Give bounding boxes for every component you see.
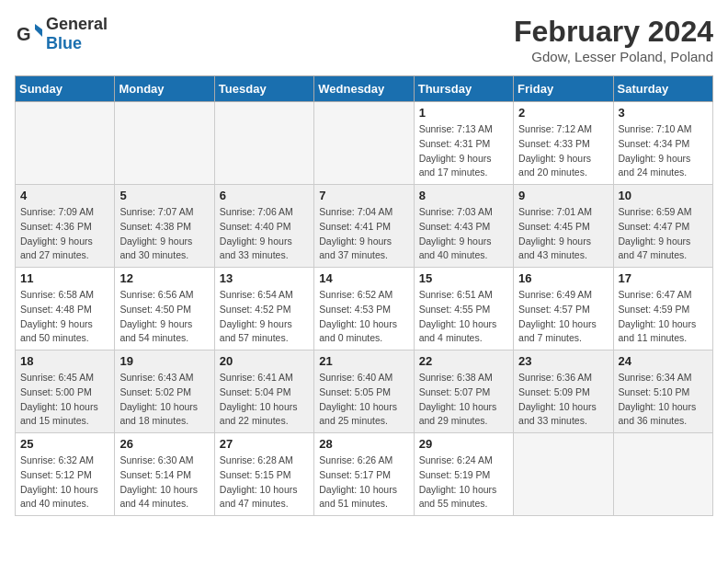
svg-text:G: G <box>17 24 31 44</box>
calendar-cell: 8Sunrise: 7:03 AM Sunset: 4:43 PM Daylig… <box>414 185 513 268</box>
calendar-cell <box>214 102 313 185</box>
calendar-cell: 10Sunrise: 6:59 AM Sunset: 4:47 PM Dayli… <box>613 185 712 268</box>
day-info: Sunrise: 6:26 AM Sunset: 5:17 PM Dayligh… <box>319 454 408 511</box>
day-number: 1 <box>419 106 508 120</box>
day-number: 19 <box>119 354 209 368</box>
day-info: Sunrise: 6:56 AM Sunset: 4:50 PM Dayligh… <box>119 288 209 346</box>
day-info: Sunrise: 6:34 AM Sunset: 5:10 PM Dayligh… <box>619 371 708 429</box>
day-number: 11 <box>20 271 109 285</box>
day-number: 21 <box>319 354 408 368</box>
day-info: Sunrise: 6:47 AM Sunset: 4:59 PM Dayligh… <box>619 288 708 346</box>
calendar-cell: 25Sunrise: 6:32 AM Sunset: 5:12 PM Dayli… <box>16 433 115 516</box>
col-header-sunday: Sunday <box>16 76 115 102</box>
day-info: Sunrise: 6:38 AM Sunset: 5:07 PM Dayligh… <box>419 371 508 429</box>
calendar-cell: 4Sunrise: 7:09 AM Sunset: 4:36 PM Daylig… <box>16 185 115 268</box>
day-number: 9 <box>518 189 608 202</box>
week-row-1: 1Sunrise: 7:13 AM Sunset: 4:31 PM Daylig… <box>16 102 713 185</box>
calendar-table: SundayMondayTuesdayWednesdayThursdayFrid… <box>15 75 713 516</box>
calendar-cell: 3Sunrise: 7:10 AM Sunset: 4:34 PM Daylig… <box>613 102 712 185</box>
calendar-cell: 7Sunrise: 7:04 AM Sunset: 4:41 PM Daylig… <box>314 185 414 268</box>
day-info: Sunrise: 6:54 AM Sunset: 4:52 PM Dayligh… <box>220 288 309 346</box>
day-number: 2 <box>518 106 608 120</box>
calendar-cell <box>514 433 613 516</box>
calendar-cell: 29Sunrise: 6:24 AM Sunset: 5:19 PM Dayli… <box>414 433 513 516</box>
calendar-cell: 1Sunrise: 7:13 AM Sunset: 4:31 PM Daylig… <box>414 102 513 185</box>
day-info: Sunrise: 6:45 AM Sunset: 5:00 PM Dayligh… <box>20 371 109 429</box>
logo-blue: Blue <box>46 34 108 53</box>
calendar-cell: 15Sunrise: 6:51 AM Sunset: 4:55 PM Dayli… <box>414 268 513 350</box>
week-row-4: 18Sunrise: 6:45 AM Sunset: 5:00 PM Dayli… <box>16 350 713 433</box>
day-number: 20 <box>220 354 309 368</box>
day-number: 13 <box>220 271 309 285</box>
day-info: Sunrise: 6:36 AM Sunset: 5:09 PM Dayligh… <box>518 371 608 429</box>
day-number: 8 <box>419 189 508 202</box>
calendar-cell: 16Sunrise: 6:49 AM Sunset: 4:57 PM Dayli… <box>514 268 613 350</box>
day-info: Sunrise: 6:41 AM Sunset: 5:04 PM Dayligh… <box>220 371 309 429</box>
day-info: Sunrise: 7:06 AM Sunset: 4:40 PM Dayligh… <box>220 205 309 263</box>
month-title: February 2024 <box>514 15 713 49</box>
calendar-cell: 28Sunrise: 6:26 AM Sunset: 5:17 PM Dayli… <box>314 433 414 516</box>
day-info: Sunrise: 6:40 AM Sunset: 5:05 PM Dayligh… <box>319 371 408 429</box>
calendar-cell: 2Sunrise: 7:12 AM Sunset: 4:33 PM Daylig… <box>514 102 613 185</box>
logo: G General Blue <box>15 15 108 53</box>
day-info: Sunrise: 6:49 AM Sunset: 4:57 PM Dayligh… <box>518 288 608 346</box>
col-header-thursday: Thursday <box>414 76 513 102</box>
day-number: 28 <box>319 437 408 451</box>
day-number: 22 <box>419 354 508 368</box>
day-info: Sunrise: 7:07 AM Sunset: 4:38 PM Dayligh… <box>119 205 209 263</box>
day-info: Sunrise: 6:51 AM Sunset: 4:55 PM Dayligh… <box>419 288 508 346</box>
svg-marker-1 <box>35 24 42 29</box>
calendar-cell: 26Sunrise: 6:30 AM Sunset: 5:14 PM Dayli… <box>115 433 214 516</box>
day-info: Sunrise: 6:58 AM Sunset: 4:48 PM Dayligh… <box>20 288 109 346</box>
calendar-cell: 20Sunrise: 6:41 AM Sunset: 5:04 PM Dayli… <box>214 350 313 433</box>
day-number: 10 <box>619 189 708 202</box>
day-info: Sunrise: 6:59 AM Sunset: 4:47 PM Dayligh… <box>619 205 708 263</box>
calendar-cell: 19Sunrise: 6:43 AM Sunset: 5:02 PM Dayli… <box>115 350 214 433</box>
day-info: Sunrise: 7:01 AM Sunset: 4:45 PM Dayligh… <box>518 205 608 263</box>
header: G General Blue February 2024 Gdow, Lesse… <box>15 15 713 64</box>
day-info: Sunrise: 6:43 AM Sunset: 5:02 PM Dayligh… <box>119 371 209 429</box>
day-number: 14 <box>319 271 408 285</box>
day-info: Sunrise: 7:03 AM Sunset: 4:43 PM Dayligh… <box>419 205 508 263</box>
col-header-monday: Monday <box>115 76 214 102</box>
logo-icon: G <box>15 20 42 48</box>
calendar-cell: 23Sunrise: 6:36 AM Sunset: 5:09 PM Dayli… <box>514 350 613 433</box>
week-row-2: 4Sunrise: 7:09 AM Sunset: 4:36 PM Daylig… <box>16 185 713 268</box>
calendar-cell: 24Sunrise: 6:34 AM Sunset: 5:10 PM Dayli… <box>613 350 712 433</box>
calendar-cell: 14Sunrise: 6:52 AM Sunset: 4:53 PM Dayli… <box>314 268 414 350</box>
day-info: Sunrise: 6:28 AM Sunset: 5:15 PM Dayligh… <box>220 454 309 511</box>
day-number: 7 <box>319 189 408 202</box>
calendar-cell <box>613 433 712 516</box>
day-number: 12 <box>119 271 209 285</box>
day-info: Sunrise: 6:52 AM Sunset: 4:53 PM Dayligh… <box>319 288 408 346</box>
col-header-wednesday: Wednesday <box>314 76 414 102</box>
day-number: 15 <box>419 271 508 285</box>
day-number: 3 <box>619 106 708 120</box>
col-header-tuesday: Tuesday <box>214 76 313 102</box>
calendar-cell: 5Sunrise: 7:07 AM Sunset: 4:38 PM Daylig… <box>115 185 214 268</box>
day-number: 27 <box>220 437 309 451</box>
day-info: Sunrise: 6:32 AM Sunset: 5:12 PM Dayligh… <box>20 454 109 511</box>
day-info: Sunrise: 6:30 AM Sunset: 5:14 PM Dayligh… <box>119 454 209 511</box>
calendar-cell: 9Sunrise: 7:01 AM Sunset: 4:45 PM Daylig… <box>514 185 613 268</box>
location-title: Gdow, Lesser Poland, Poland <box>514 49 713 64</box>
day-info: Sunrise: 7:12 AM Sunset: 4:33 PM Dayligh… <box>518 122 608 180</box>
svg-marker-2 <box>35 29 42 37</box>
calendar-cell <box>314 102 414 185</box>
calendar-cell <box>115 102 214 185</box>
calendar-cell: 11Sunrise: 6:58 AM Sunset: 4:48 PM Dayli… <box>16 268 115 350</box>
day-number: 26 <box>119 437 209 451</box>
day-number: 25 <box>20 437 109 451</box>
day-info: Sunrise: 7:10 AM Sunset: 4:34 PM Dayligh… <box>619 122 708 180</box>
day-number: 23 <box>518 354 608 368</box>
day-number: 5 <box>119 189 209 202</box>
header-row: SundayMondayTuesdayWednesdayThursdayFrid… <box>16 76 713 102</box>
day-number: 29 <box>419 437 508 451</box>
day-info: Sunrise: 7:04 AM Sunset: 4:41 PM Dayligh… <box>319 205 408 263</box>
week-row-5: 25Sunrise: 6:32 AM Sunset: 5:12 PM Dayli… <box>16 433 713 516</box>
day-info: Sunrise: 7:13 AM Sunset: 4:31 PM Dayligh… <box>419 122 508 180</box>
day-number: 16 <box>518 271 608 285</box>
col-header-friday: Friday <box>514 76 613 102</box>
day-number: 4 <box>20 189 109 202</box>
calendar-cell: 22Sunrise: 6:38 AM Sunset: 5:07 PM Dayli… <box>414 350 513 433</box>
